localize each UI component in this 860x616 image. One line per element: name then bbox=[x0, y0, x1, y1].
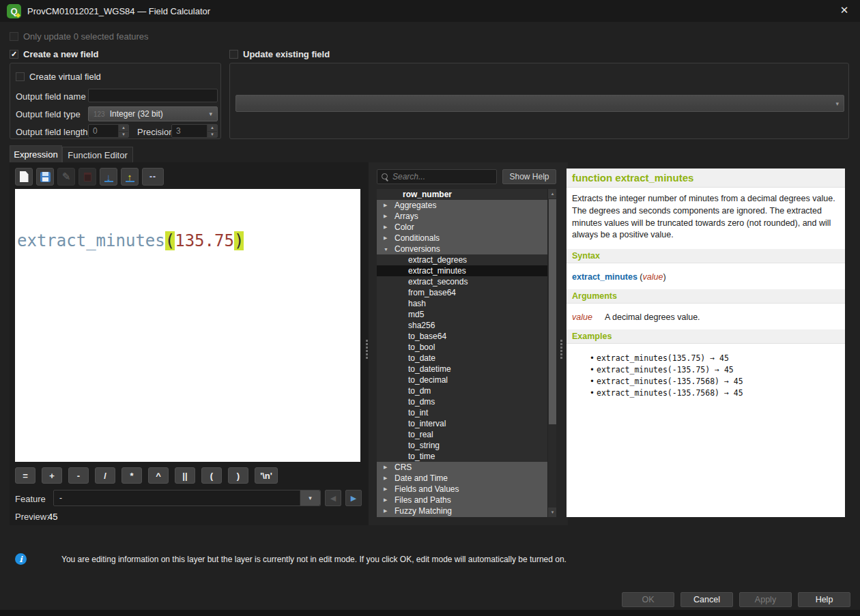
help-button[interactable]: Help bbox=[798, 592, 850, 607]
right-splitter-handle[interactable] bbox=[558, 338, 564, 361]
previous-feature-button[interactable]: ◀ bbox=[325, 490, 341, 506]
tree-child-extract-degrees[interactable]: extract_degrees bbox=[377, 254, 547, 265]
operator-button[interactable]: / bbox=[95, 467, 115, 484]
tree-child-to-dms[interactable]: to_dms bbox=[377, 396, 547, 407]
spinner-down-icon[interactable]: ▼ bbox=[207, 132, 217, 138]
operator-row: =+-/*^||()'\n' bbox=[15, 467, 278, 484]
tab-expression[interactable]: Expression bbox=[10, 145, 62, 162]
operator-button[interactable]: '\n' bbox=[255, 467, 278, 484]
precision-stepper[interactable]: 3 ▲ ▼ bbox=[171, 124, 218, 138]
chevron-right-icon[interactable]: ▶ bbox=[384, 465, 395, 470]
tree-child-to-real[interactable]: to_real bbox=[377, 429, 547, 440]
tree-child-to-dm[interactable]: to_dm bbox=[377, 385, 547, 396]
search-input[interactable]: Search... bbox=[377, 169, 497, 184]
spinner-buttons[interactable]: ▲ ▼ bbox=[207, 125, 217, 137]
tree-scrollbar[interactable]: ▲ ▼ bbox=[547, 189, 556, 517]
tree-group-files-and-paths[interactable]: ▶Files and Paths bbox=[377, 495, 547, 505]
scroll-up-icon[interactable]: ▲ bbox=[548, 189, 556, 199]
chevron-right-icon[interactable]: ▶ bbox=[384, 203, 395, 208]
expression-text[interactable]: extract_minutes(135.75) bbox=[17, 231, 360, 250]
tree-child-to-base64[interactable]: to_base64 bbox=[377, 331, 547, 342]
scroll-down-icon[interactable]: ▼ bbox=[548, 508, 556, 517]
operator-button[interactable]: + bbox=[42, 467, 62, 484]
operator-button[interactable]: ) bbox=[228, 467, 248, 484]
tree-child-md5[interactable]: md5 bbox=[377, 309, 547, 320]
new-expression-button[interactable] bbox=[15, 168, 33, 186]
only-update-checkbox[interactable]: Only update 0 selected features bbox=[10, 31, 149, 42]
tree-group-general[interactable]: ▶General bbox=[377, 516, 547, 517]
tree-child-to-datetime[interactable]: to_datetime bbox=[377, 364, 547, 375]
tree-child-to-interval[interactable]: to_interval bbox=[377, 418, 547, 429]
tree-group-fields-and-values[interactable]: ▶Fields and Values bbox=[377, 484, 547, 495]
tree-child-to-time[interactable]: to_time bbox=[377, 451, 547, 462]
delete-expression-button[interactable] bbox=[78, 168, 96, 186]
tree-child-to-string[interactable]: to_string bbox=[377, 440, 547, 451]
chevron-right-icon[interactable]: ▶ bbox=[384, 475, 395, 481]
chevron-right-icon[interactable]: ▶ bbox=[384, 224, 395, 230]
tree-label: Arrays bbox=[395, 211, 418, 221]
close-button[interactable]: ✕ bbox=[837, 4, 852, 18]
save-expression-button[interactable] bbox=[36, 168, 54, 186]
tree-child-to-int[interactable]: to_int bbox=[377, 407, 547, 418]
operator-button[interactable]: = bbox=[15, 467, 35, 484]
tree-group-conversions[interactable]: ▼Conversions bbox=[377, 244, 547, 254]
tree-group-arrays[interactable]: ▶Arrays bbox=[377, 211, 547, 222]
chevron-right-icon[interactable]: ▶ bbox=[384, 508, 395, 514]
tree-group-crs[interactable]: ▶CRS bbox=[377, 462, 547, 473]
operator-button[interactable]: || bbox=[175, 467, 195, 484]
syntax-arg: value bbox=[643, 272, 663, 282]
spinner-up-icon[interactable]: ▲ bbox=[207, 125, 217, 132]
left-splitter-handle[interactable] bbox=[364, 338, 369, 361]
output-field-type-select[interactable]: 123 Integer (32 bit) ▾ bbox=[88, 106, 218, 121]
spinner-up-icon[interactable]: ▲ bbox=[119, 125, 128, 132]
edit-expression-button[interactable]: ✎ bbox=[57, 168, 75, 186]
tree-child-from-base64[interactable]: from_base64 bbox=[377, 287, 547, 298]
chevron-right-icon[interactable]: ▶ bbox=[384, 235, 395, 241]
tab-function-editor[interactable]: Function Editor bbox=[62, 147, 133, 162]
existing-field-select[interactable]: ▾ bbox=[235, 95, 844, 112]
function-tree[interactable]: ▲ ▼ row_number▶Aggregates▶Arrays▶Color▶C… bbox=[377, 189, 556, 517]
create-new-field-checkbox[interactable]: ✓ Create a new field bbox=[10, 49, 99, 59]
tree-child-extract-seconds[interactable]: extract_seconds bbox=[377, 276, 547, 287]
tree-group-date-and-time[interactable]: ▶Date and Time bbox=[377, 473, 547, 484]
spinner-buttons[interactable]: ▲ ▼ bbox=[118, 125, 128, 137]
feature-select[interactable]: - ▾ bbox=[53, 490, 321, 506]
spinner-down-icon[interactable]: ▼ bbox=[119, 132, 128, 138]
tree-child-hash[interactable]: hash bbox=[377, 298, 547, 309]
chevron-right-icon[interactable]: ▶ bbox=[384, 214, 395, 219]
tree-child-to-date[interactable]: to_date bbox=[377, 353, 547, 364]
tree-child-extract-minutes[interactable]: extract_minutes bbox=[377, 265, 547, 276]
show-help-button[interactable]: Show Help bbox=[502, 169, 556, 184]
ok-button[interactable]: OK bbox=[622, 592, 674, 607]
expression-editor[interactable]: extract_minutes(135.75) bbox=[15, 189, 360, 462]
operator-button[interactable]: - bbox=[68, 467, 89, 484]
tree-child-to-decimal[interactable]: to_decimal bbox=[377, 375, 547, 385]
tree-child-to-bool[interactable]: to_bool bbox=[377, 342, 547, 353]
output-field-length-stepper[interactable]: 0 ▲ ▼ bbox=[88, 124, 129, 138]
title-bar[interactable]: Q ProvCM01012021_WGS84 — Field Calculato… bbox=[0, 0, 860, 22]
dashes-button[interactable]: -- bbox=[142, 168, 164, 186]
export-expression-button[interactable]: ↑ bbox=[121, 168, 139, 186]
tree-item-row-number[interactable]: row_number bbox=[377, 189, 547, 200]
scrollbar-thumb[interactable] bbox=[549, 199, 556, 424]
chevron-right-icon[interactable]: ▶ bbox=[384, 497, 395, 503]
create-virtual-field-checkbox[interactable]: Create virtual field bbox=[16, 72, 101, 82]
tree-label: sha256 bbox=[408, 321, 435, 330]
apply-button[interactable]: Apply bbox=[739, 592, 792, 607]
cancel-button[interactable]: Cancel bbox=[680, 592, 733, 607]
next-feature-button[interactable]: ▶ bbox=[345, 490, 362, 506]
chevron-down-icon[interactable]: ▾ bbox=[300, 490, 320, 505]
chevron-right-icon[interactable]: ▶ bbox=[384, 486, 395, 492]
import-expression-button[interactable]: ↓ bbox=[100, 168, 117, 186]
operator-button[interactable]: ^ bbox=[148, 467, 169, 484]
tree-group-aggregates[interactable]: ▶Aggregates bbox=[377, 200, 547, 211]
output-field-name-input[interactable] bbox=[88, 89, 218, 102]
update-existing-field-checkbox[interactable]: Update existing field bbox=[229, 49, 330, 59]
chevron-down-icon[interactable]: ▼ bbox=[384, 247, 395, 252]
tree-group-color[interactable]: ▶Color bbox=[377, 222, 547, 233]
tree-child-sha256[interactable]: sha256 bbox=[377, 320, 547, 331]
operator-button[interactable]: * bbox=[121, 467, 142, 484]
tree-group-conditionals[interactable]: ▶Conditionals bbox=[377, 233, 547, 244]
operator-button[interactable]: ( bbox=[201, 467, 222, 484]
tree-group-fuzzy-matching[interactable]: ▶Fuzzy Matching bbox=[377, 505, 547, 516]
